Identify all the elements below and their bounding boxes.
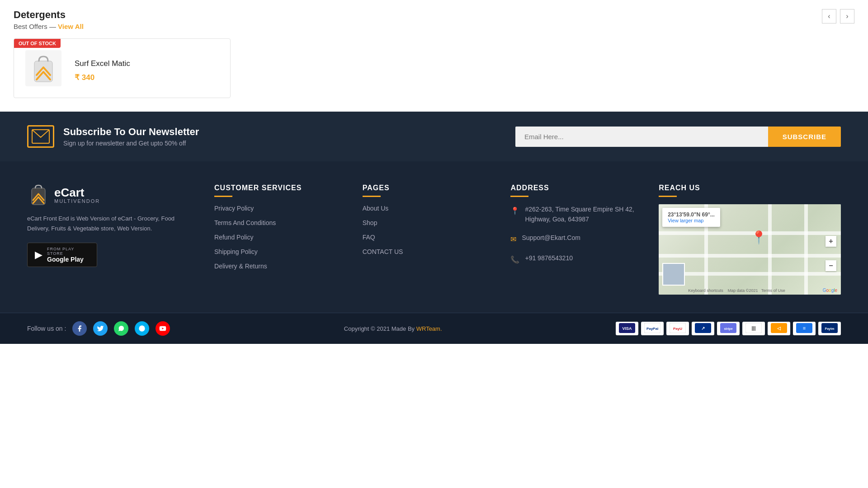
keyboard-shortcuts: Keyboard shortcuts xyxy=(688,288,723,293)
skype-icon[interactable] xyxy=(135,321,149,336)
email-text: Support@Ekart.Com xyxy=(522,233,580,243)
footer-col-pages: PAGES About Us Shop FAQ CONTACT US xyxy=(363,184,493,295)
customer-services-heading: CUSTOMER SERVICES xyxy=(214,184,344,197)
list-item: CONTACT US xyxy=(363,248,493,256)
list-item: Shipping Policy xyxy=(214,248,344,256)
play-from: FROM PLAY STORE xyxy=(47,247,90,256)
list-item: Delivery & Returns xyxy=(214,262,344,270)
play-text: FROM PLAY STORE Google Play xyxy=(47,247,90,263)
whatsapp-icon[interactable] xyxy=(114,321,128,336)
shipping-policy-link[interactable]: Shipping Policy xyxy=(214,248,258,255)
carousel-nav: ‹ › xyxy=(822,9,854,23)
logo-multivendor: MULTIVENDOR xyxy=(54,198,100,204)
about-us-link[interactable]: About Us xyxy=(363,205,389,212)
phone-icon: 📞 xyxy=(510,254,519,266)
paypal-badge: PayPal xyxy=(641,322,664,335)
top-section: ‹ › Detergents Best Offers — View All OU… xyxy=(0,0,868,112)
shop-link[interactable]: Shop xyxy=(363,219,377,226)
map-thumbnail xyxy=(662,263,685,286)
google-logo: Google xyxy=(823,288,837,293)
map-info-box: 23°13'59.0"N 69°... View larger map xyxy=(662,208,720,227)
address-phone: 📞 +91 9876543210 xyxy=(510,253,641,266)
bottom-bar: Follow us on : Copyright © 2021 Made By … xyxy=(0,313,868,344)
footer-col-address: ADDRESS 📍 #262-263, Time Square Empire S… xyxy=(510,184,641,295)
privacy-policy-link[interactable]: Privacy Policy xyxy=(214,205,254,212)
terms-of-use: Terms of Use xyxy=(761,288,785,293)
product-price: ₹ 340 xyxy=(75,73,221,82)
email-icon: ✉ xyxy=(510,234,516,245)
copyright-text: Copyright © 2021 Made By WRTeam. xyxy=(344,325,442,332)
barcode-badge: ||| xyxy=(742,322,765,335)
follow-text: Follow us on : xyxy=(27,325,66,332)
visa-badge: VISA xyxy=(616,322,638,335)
youtube-icon[interactable] xyxy=(156,321,170,336)
prev-arrow[interactable]: ‹ xyxy=(822,9,836,23)
contact-us-link[interactable]: CONTACT US xyxy=(363,248,403,255)
envelope-icon xyxy=(27,125,54,148)
svg-text:VISA: VISA xyxy=(622,326,632,331)
payu-badge: PayU xyxy=(666,322,689,335)
svg-text:|||: ||| xyxy=(751,325,755,331)
product-image xyxy=(23,48,64,89)
logo-ecart: eCart xyxy=(54,187,100,198)
newsletter-right: SUBSCRIBE xyxy=(515,127,841,147)
map-data: Map data ©2021 xyxy=(728,288,758,293)
play-store-button[interactable]: ▶ FROM PLAY STORE Google Play xyxy=(27,243,97,267)
address-email: ✉ Support@Ekart.Com xyxy=(510,233,641,245)
footer-col-reach-us: REACH US 23°13'59.0"N 69°... View larger… xyxy=(659,184,841,295)
newsletter-subtitle: Sign up for newsletter and Get upto 50% … xyxy=(63,140,199,147)
stripe-badge: stripe xyxy=(717,322,740,335)
svg-text:PayPal: PayPal xyxy=(646,327,658,331)
twitter-icon[interactable] xyxy=(93,321,108,336)
footer-main: eCart MULTIVENDOR eCart Front End is Web… xyxy=(0,161,868,313)
view-larger-map-link[interactable]: View larger map xyxy=(668,218,715,223)
wrteam-link[interactable]: WRTeam. xyxy=(416,325,442,332)
next-arrow[interactable]: › xyxy=(840,9,854,23)
product-info: Surf Excel Matic ₹ 340 xyxy=(75,55,221,82)
newsletter-left: Subscribe To Our Newsletter Sign up for … xyxy=(27,125,199,148)
svg-text:Paytm: Paytm xyxy=(825,327,834,331)
svg-text:stripe: stripe xyxy=(724,327,732,331)
product-card: OUT OF STOCK Surf Excel Matic ₹ xyxy=(14,38,231,98)
address-heading: ADDRESS xyxy=(510,184,641,197)
subscribe-button[interactable]: SUBSCRIBE xyxy=(768,127,841,147)
product-name: Surf Excel Matic xyxy=(75,59,221,68)
svg-text:↗: ↗ xyxy=(701,326,705,331)
pages-heading: PAGES xyxy=(363,184,493,197)
email-input[interactable] xyxy=(515,127,768,147)
svg-rect-1 xyxy=(32,130,49,143)
paytm-badge: Paytm xyxy=(818,322,841,335)
play-google: Google Play xyxy=(47,256,90,263)
phone-text: +91 9876543210 xyxy=(525,253,573,263)
list-item: Refund Policy xyxy=(214,233,344,241)
view-all-link[interactable]: View All xyxy=(58,23,84,30)
map-zoom-out-button[interactable]: − xyxy=(826,260,836,271)
list-item: About Us xyxy=(363,204,493,212)
section-title: Detergents xyxy=(14,9,854,21)
map-pin: 📍 xyxy=(751,230,767,245)
faq-link[interactable]: FAQ xyxy=(363,234,375,241)
refund-policy-link[interactable]: Refund Policy xyxy=(214,234,253,241)
svg-text:≡: ≡ xyxy=(803,325,806,331)
delivery-returns-link[interactable]: Delivery & Returns xyxy=(214,263,267,270)
section-subtitle: Best Offers — View All xyxy=(14,23,854,30)
footer-description: eCart Front End is Web Version of eCart … xyxy=(27,214,196,234)
pages-links: About Us Shop FAQ CONTACT US xyxy=(363,204,493,256)
map-footer-text: Keyboard shortcuts Map data ©2021 Terms … xyxy=(688,288,785,293)
generic-badge-2: ≡ xyxy=(793,322,816,335)
map-container[interactable]: 23°13'59.0"N 69°... View larger map 📍 + … xyxy=(659,204,841,295)
list-item: FAQ xyxy=(363,233,493,241)
terms-conditions-link[interactable]: Terms And Conditions xyxy=(214,219,276,226)
list-item: Shop xyxy=(363,219,493,227)
svg-text:◁: ◁ xyxy=(777,326,781,331)
map-zoom-in-button[interactable]: + xyxy=(826,236,836,247)
facebook-icon[interactable] xyxy=(72,321,87,336)
address-text: #262-263, Time Square Empire SH 42, High… xyxy=(525,204,641,225)
generic-badge-1: ↗ xyxy=(692,322,714,335)
footer-col-logo: eCart MULTIVENDOR eCart Front End is Web… xyxy=(27,184,196,295)
location-icon: 📍 xyxy=(510,205,519,217)
amazon-badge: ◁ xyxy=(768,322,790,335)
newsletter-title: Subscribe To Our Newsletter xyxy=(63,126,199,138)
out-of-stock-badge: OUT OF STOCK xyxy=(14,39,61,48)
play-icon: ▶ xyxy=(35,249,42,261)
